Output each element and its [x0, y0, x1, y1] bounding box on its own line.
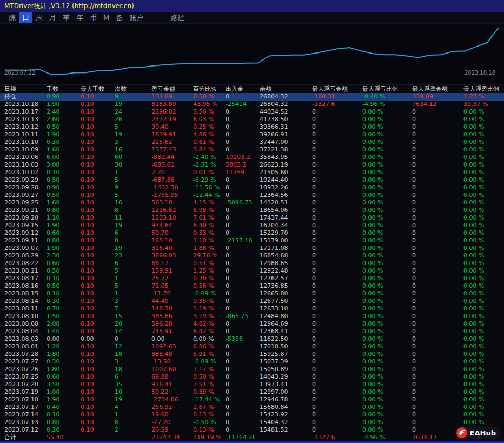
- column-header-max-float-profit-ratio[interactable]: 最大浮盈比例: [459, 85, 504, 93]
- table-row[interactable]: 2023.07.281.800.1018888.485.91 %015925.8…: [0, 351, 504, 358]
- cell-in-out: 0: [221, 222, 255, 229]
- table-row[interactable]: 2023.08.041.400.1014745.916.42 %012368.4…: [0, 328, 504, 335]
- table-row[interactable]: 2023.09.210.800.1081216.626.98 %018654.0…: [0, 207, 504, 214]
- table-row[interactable]: 2023.09.251.600.1016563.184.15 %-5096.73…: [0, 199, 504, 207]
- table-row[interactable]: 2023.10.020.100.1012.200.01 %1125921505.…: [0, 169, 504, 176]
- table-row[interactable]: 2023.08.210.500.105159.911.25 %012922.48…: [0, 267, 504, 275]
- cell-lots: 0.30: [42, 297, 76, 305]
- table-row[interactable]: 2023.07.140.100.10119.600.13 %015423.920…: [0, 411, 504, 419]
- table-row[interactable]: 2023.09.280.900.109-1432.30-11.58 %01093…: [0, 184, 504, 191]
- table-row[interactable]: 2023.10.033.000.1030-685.61-2.51 %5803.2…: [0, 161, 504, 169]
- table-row[interactable]: 2023.07.203.500.1035976.417.51 %013973.4…: [0, 381, 504, 388]
- column-header-date[interactable]: 日期: [0, 85, 42, 93]
- menu-item-年[interactable]: 年: [73, 12, 87, 23]
- menu-item-综[interactable]: 综: [5, 12, 19, 23]
- cell-max-float-loss-ratio: 0.00 %: [358, 176, 408, 184]
- table-row[interactable]: 2023.08.082.000.1020596.284.82 %012964.6…: [0, 320, 504, 328]
- menu-item-币[interactable]: 币: [87, 12, 100, 23]
- cell-max-float-loss: 0: [308, 335, 358, 343]
- menu-item-路径[interactable]: 路径: [167, 12, 188, 23]
- cell-date: 2023.08.01: [0, 343, 42, 351]
- menu-item-账户[interactable]: 账户: [126, 12, 147, 23]
- cell-max-lots: 0.10: [76, 191, 110, 199]
- table-row[interactable]: 2023.07.170.400.104256.921.67 %015680.84…: [0, 404, 504, 411]
- column-header-max-float-loss[interactable]: 最大浮亏金额: [308, 85, 358, 93]
- table-row[interactable]: 2023.08.160.500.10571.050.56 %012736.850…: [0, 282, 504, 290]
- table-row[interactable]: 2023.07.250.600.10669.880.50 %014043.290…: [0, 373, 504, 381]
- table-row[interactable]: 2023.08.292.300.10233866.0329.76 %016854…: [0, 252, 504, 260]
- cell-max-float-profit: 0: [408, 154, 459, 161]
- cell-max-float-profit-ratio: 0.00 %: [459, 320, 504, 328]
- table-row[interactable]: 2023.08.030.000.0000.000.00 %-539611622.…: [0, 335, 504, 343]
- menu-item-M[interactable]: M: [100, 13, 112, 22]
- table-row[interactable]: 2023.09.151.900.1019974.646.40 %016204.3…: [0, 222, 504, 229]
- table-row[interactable]: 2023.10.066.000.1060-882.44-2.40 %10103.…: [0, 154, 504, 161]
- cell-percent: 0.01 %: [189, 169, 221, 176]
- table-row[interactable]: 2023.10.120.500.10599.400.25 %039366.310…: [0, 123, 504, 131]
- table-row[interactable]: 2023.08.220.600.10666.170.51 %012988.650…: [0, 260, 504, 267]
- column-header-max-float-loss-ratio[interactable]: 最大浮亏比例: [358, 85, 408, 93]
- menu-item-季[interactable]: 季: [59, 12, 73, 23]
- table-row[interactable]: 2023.10.132.600.10262372.196.03 %041738.…: [0, 116, 504, 123]
- cell-max-float-loss: 0: [308, 222, 358, 229]
- cell-date: 持仓: [0, 93, 42, 101]
- column-header-count[interactable]: 次数: [110, 85, 147, 93]
- column-header-max-float-profit[interactable]: 最大浮盈金额: [408, 85, 459, 93]
- menu-item-月[interactable]: 月: [46, 12, 59, 23]
- table-row[interactable]: 2023.10.181.900.10198183.8043.95 %-25414…: [0, 101, 504, 108]
- column-header-lots[interactable]: 手数: [42, 85, 76, 93]
- cell-count: 1: [110, 411, 147, 419]
- table-row[interactable]: 2023.10.100.300.103225.620.61 %037447.00…: [0, 138, 504, 146]
- column-header-percent[interactable]: 百分比%: [189, 85, 221, 93]
- table-header-row: 日期手数最大手数次数盈亏金额百分比%出入金余额最大浮亏金额最大浮亏比例最大浮盈金…: [0, 85, 504, 93]
- table-row[interactable]: 2023.08.110.700.107148.301.19 %012633.10…: [0, 305, 504, 313]
- table-row[interactable]: 2023.08.101.500.1015385.863.19 %-865.751…: [0, 313, 504, 320]
- column-header-balance[interactable]: 余额: [255, 85, 308, 93]
- table-row[interactable]: 2023.09.110.800.108165.101.10 %-2157.181…: [0, 237, 504, 244]
- menu-item-备[interactable]: 备: [112, 12, 126, 23]
- table-row[interactable]: 2023.07.261.800.10181007.607.17 %015050.…: [0, 366, 504, 373]
- table-row[interactable]: 2023.08.150.100.101-11.70-0.09 %012665.8…: [0, 290, 504, 297]
- table-row-holding[interactable]: 持仓0.900.109134.690.50 %026804.32-108.31-…: [0, 93, 504, 101]
- cell-in-out: 0: [221, 207, 255, 214]
- table-row[interactable]: 2023.08.140.300.10344.400.35 %012677.500…: [0, 297, 504, 305]
- table-row[interactable]: 2023.10.172.400.10242296.025.50 %044034.…: [0, 108, 504, 116]
- table-row[interactable]: 2023.10.091.600.10161377.433.84 %037221.…: [0, 146, 504, 154]
- cell-lots: 0.90: [42, 184, 76, 191]
- cell-balance: 15481.52: [255, 426, 308, 434]
- table-row[interactable]: 2023.08.170.100.10125.720.20 %012762.570…: [0, 275, 504, 282]
- cell-max-float-profit: 0: [408, 176, 459, 184]
- cell-count: 60: [110, 154, 147, 161]
- column-header-in-out[interactable]: 出入金: [221, 85, 255, 93]
- cell-lots: 0.50: [42, 176, 76, 184]
- cell-max-float-profit: 0: [408, 313, 459, 320]
- cell-max-float-profit-ratio: 0.00 %: [459, 419, 504, 426]
- column-header-profit[interactable]: 盈亏金额: [147, 85, 189, 93]
- menu-item-日[interactable]: 日: [19, 12, 32, 23]
- cell-profit: 165.10: [147, 237, 189, 244]
- cell-percent: 1.19 %: [189, 305, 221, 313]
- cell-max-float-profit-ratio: 0.00 %: [459, 328, 504, 335]
- table-row[interactable]: 2023.09.071.900.1019316.401.88 %017171.0…: [0, 244, 504, 252]
- column-header-max-lots[interactable]: 最大手数: [76, 85, 110, 93]
- table-row[interactable]: 2023.07.191.000.101050.220.39 %012997.00…: [0, 388, 504, 396]
- table-row[interactable]: 2023.07.270.300.103-13.50-0.09 %015037.3…: [0, 358, 504, 366]
- cell-max-lots: 0.10: [76, 176, 110, 184]
- menu-item-周[interactable]: 周: [32, 12, 46, 23]
- cell-max-float-loss: 0: [308, 244, 358, 252]
- table-row[interactable]: 2023.09.290.500.105-687.86-6.29 %010244.…: [0, 176, 504, 184]
- cell-in-out: 0: [221, 131, 255, 138]
- table-row[interactable]: 2023.07.181.900.1019-2734.06-17.44 %0129…: [0, 396, 504, 404]
- table-row[interactable]: 2023.09.201.100.10111233.107.61 %017437.…: [0, 214, 504, 222]
- cell-max-lots: 0.10: [76, 222, 110, 229]
- table-row[interactable]: 2023.07.130.800.108-77.20-0.50 %015404.3…: [0, 419, 504, 426]
- table-row[interactable]: 2023.09.120.600.10650.700.33 %015229.700…: [0, 229, 504, 237]
- table-row[interactable]: 2023.08.011.200.10121092.636.86 %017018.…: [0, 343, 504, 351]
- cell-max-float-profit-ratio: 0.00 %: [459, 305, 504, 313]
- table-row[interactable]: 2023.09.270.500.105-1755.95-12.44 %01236…: [0, 191, 504, 199]
- cell-profit: -1755.95: [147, 191, 189, 199]
- table-row[interactable]: 2023.10.111.900.10191819.914.86 %039266.…: [0, 131, 504, 138]
- cell-max-float-loss-ratio: 0.00 %: [358, 229, 408, 237]
- table-row-total[interactable]: 合计55.4023242.34119.19 %-11764.26-1327.6-…: [0, 434, 504, 441]
- table-row[interactable]: 2023.07.120.200.10220.590.13 %015481.520…: [0, 426, 504, 434]
